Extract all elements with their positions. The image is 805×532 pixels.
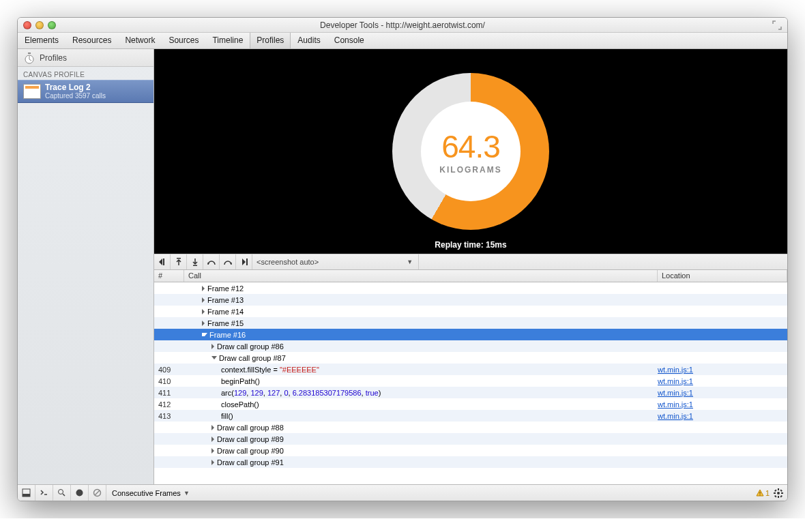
source-link[interactable]: wt.min.js:1: [658, 389, 693, 397]
frame-row[interactable]: Frame #12: [154, 282, 787, 294]
svg-rect-9: [759, 492, 760, 494]
tab-resources[interactable]: Resources: [65, 33, 118, 48]
svg-rect-1: [28, 53, 31, 54]
col-number[interactable]: #: [154, 270, 184, 282]
frame-row[interactable]: Frame #13: [154, 294, 787, 306]
call-row[interactable]: 413fill()wt.min.js:1: [154, 410, 787, 422]
call-row[interactable]: 409context.fillStyle = "#EEEEEE"wt.min.j…: [154, 364, 787, 375]
window-title: Developer Tools - http://weight.aerotwis…: [18, 20, 787, 30]
settings-gear-icon[interactable]: [774, 488, 783, 498]
svg-rect-19: [774, 494, 777, 497]
svg-rect-12: [778, 488, 779, 490]
dropdown-icon: ▼: [184, 490, 190, 497]
dock-button[interactable]: [18, 485, 35, 501]
expand-icon[interactable]: [772, 20, 782, 30]
replay-next-draw-button[interactable]: [220, 254, 236, 269]
replay-controls: <screenshot auto> ▼: [154, 254, 787, 270]
source-link[interactable]: wt.min.js:1: [658, 400, 693, 409]
step-forward-button[interactable]: [187, 254, 203, 269]
replay-prev-draw-button[interactable]: [203, 254, 220, 269]
panel-tabs: ElementsResourcesNetworkSourcesTimelineP…: [18, 33, 787, 49]
sidebar-item-title: Trace Log 2: [45, 83, 106, 92]
canvas-replay-viewport: 64.3 KILOGRAMS Replay time: 15ms: [154, 49, 787, 254]
prev-frame-button[interactable]: [154, 254, 171, 269]
stopwatch-icon: [23, 52, 35, 64]
screenshot-select[interactable]: <screenshot auto> ▼: [252, 254, 419, 269]
tab-profiles[interactable]: Profiles: [250, 33, 291, 48]
source-link[interactable]: wt.min.js:1: [658, 366, 693, 374]
svg-rect-2: [177, 258, 181, 259]
svg-rect-10: [759, 494, 760, 495]
tab-network[interactable]: Network: [118, 33, 162, 48]
capture-mode-select[interactable]: Consecutive Frames ▼: [106, 489, 195, 497]
svg-rect-17: [780, 494, 782, 497]
draw-group-row[interactable]: Draw call group #88: [154, 422, 787, 433]
frame-row[interactable]: Frame #14: [154, 306, 787, 317]
col-location[interactable]: Location: [658, 270, 787, 282]
trace-thumbnail-icon: [23, 84, 41, 99]
next-frame-button[interactable]: [236, 254, 252, 269]
dropdown-icon: ▼: [407, 258, 413, 265]
call-row[interactable]: 411arc(129, 129, 127, 0, 6.2831853071795…: [154, 387, 787, 398]
sidebar-item-subtitle: Captured 3597 calls: [45, 92, 106, 100]
main-panel: 64.3 KILOGRAMS Replay time: 15ms <screen…: [154, 49, 787, 484]
svg-rect-13: [778, 496, 779, 498]
svg-point-6: [59, 490, 63, 494]
clear-button[interactable]: [89, 485, 106, 501]
zoom-window-button[interactable]: [48, 21, 56, 29]
svg-point-11: [777, 492, 780, 494]
minimize-window-button[interactable]: [35, 21, 44, 29]
svg-rect-16: [774, 489, 777, 492]
source-link[interactable]: wt.min.js:1: [658, 412, 693, 420]
trace-table-header: # Call Location: [154, 270, 787, 282]
draw-group-row[interactable]: Draw call group #90: [154, 445, 787, 456]
svg-point-7: [76, 490, 83, 497]
svg-rect-5: [23, 494, 30, 497]
svg-rect-15: [781, 492, 783, 494]
search-button[interactable]: [53, 485, 71, 501]
step-back-button[interactable]: [171, 254, 187, 269]
profiles-sidebar: Profiles CANVAS PROFILE Trace Log 2 Capt…: [18, 49, 154, 484]
console-toggle-button[interactable]: [35, 485, 53, 501]
draw-group-row[interactable]: Draw call group #87: [154, 352, 787, 364]
sidebar-header: Profiles: [18, 49, 153, 67]
tab-console[interactable]: Console: [327, 33, 371, 48]
warning-icon: [756, 489, 764, 497]
draw-group-row[interactable]: Draw call group #86: [154, 340, 787, 352]
frame-row[interactable]: Frame #16: [154, 329, 787, 340]
draw-group-row[interactable]: Draw call group #91: [154, 456, 787, 468]
draw-group-row[interactable]: Draw call group #89: [154, 433, 787, 445]
tab-elements[interactable]: Elements: [18, 33, 65, 48]
weight-gauge: 64.3 KILOGRAMS: [392, 73, 549, 230]
call-row[interactable]: 412closePath()wt.min.js:1: [154, 398, 787, 410]
svg-rect-14: [774, 492, 776, 494]
trace-table-body[interactable]: Frame #12Frame #13Frame #14Frame #15Fram…: [154, 282, 787, 484]
replay-time: Replay time: 15ms: [154, 240, 787, 250]
tab-sources[interactable]: Sources: [162, 33, 205, 48]
traffic-lights: [18, 21, 56, 29]
source-link[interactable]: wt.min.js:1: [658, 377, 693, 385]
warnings-badge[interactable]: 1: [756, 489, 770, 497]
col-call[interactable]: Call: [184, 270, 658, 282]
svg-rect-18: [780, 489, 782, 492]
record-button[interactable]: [71, 485, 89, 501]
frame-row[interactable]: Frame #15: [154, 317, 787, 329]
sidebar-section-label: CANVAS PROFILE: [18, 67, 153, 80]
devtools-window: Developer Tools - http://weight.aerotwis…: [17, 17, 788, 501]
tab-audits[interactable]: Audits: [291, 33, 327, 48]
close-window-button[interactable]: [23, 21, 31, 29]
svg-rect-3: [193, 265, 197, 267]
sidebar-item-trace-log[interactable]: Trace Log 2 Captured 3597 calls: [18, 80, 153, 103]
titlebar: Developer Tools - http://weight.aerotwis…: [18, 18, 787, 33]
statusbar: Consecutive Frames ▼ 1: [18, 484, 787, 501]
gauge-unit: KILOGRAMS: [439, 165, 501, 175]
call-row[interactable]: 410beginPath()wt.min.js:1: [154, 375, 787, 387]
gauge-value: 64.3: [441, 128, 500, 165]
sidebar-header-label: Profiles: [40, 53, 67, 63]
tab-timeline[interactable]: Timeline: [205, 33, 250, 48]
